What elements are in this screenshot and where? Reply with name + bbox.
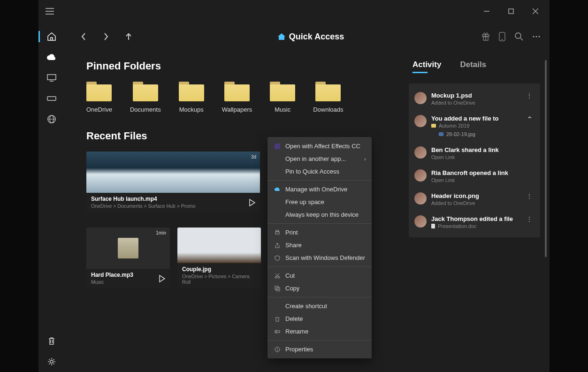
menu-item[interactable]: Copy [267, 282, 372, 295]
more-icon[interactable]: ⋮ [524, 92, 535, 99]
chevron-right-icon: › [364, 155, 366, 162]
activity-item[interactable]: Ria Bancroft opened a link Open Link [409, 165, 540, 188]
ae-icon [274, 144, 281, 149]
device-button[interactable] [499, 32, 505, 41]
tab-details[interactable]: Details [460, 60, 486, 72]
menu-separator [267, 340, 372, 341]
folder-downloads[interactable]: Downloads [313, 82, 343, 113]
menu-item[interactable]: Delete [267, 312, 372, 325]
sidebar-onedrive[interactable] [38, 47, 65, 68]
activity-item[interactable]: Jack Thompson edited a file Presentation… [409, 211, 540, 234]
folder-icon [224, 82, 250, 101]
breadcrumb: Quick Access [140, 32, 482, 42]
menu-item[interactable]: Free up space [267, 196, 372, 208]
recent-item-audio[interactable]: 1min Hard Place.mp3 Music [86, 228, 170, 288]
monitor-icon [47, 74, 56, 82]
sidebar-keyboard[interactable] [38, 88, 65, 109]
audio-thumbnail: 1min [86, 228, 170, 269]
menu-item[interactable]: Create shortcut [267, 300, 372, 312]
maximize-button[interactable] [499, 2, 523, 21]
arrow-up-icon [125, 33, 132, 40]
recent-item-image[interactable]: Couple.jpg OneDrive > Pictures > Camera … [177, 228, 261, 288]
album-art [118, 238, 138, 258]
search-button[interactable] [515, 32, 523, 41]
more-icon[interactable]: ⋮ [524, 215, 535, 223]
menu-item[interactable]: Open with Affect Effects CC [267, 140, 372, 152]
svg-point-8 [539, 36, 540, 38]
menu-item[interactable]: Open in another app...› [267, 152, 372, 165]
close-button[interactable] [523, 2, 548, 21]
hamburger-button[interactable] [38, 0, 61, 23]
tabs: Activity Details [409, 60, 540, 72]
info-icon [274, 347, 281, 352]
svg-point-13 [50, 360, 53, 363]
menu-label: Free up space [285, 198, 324, 205]
avatar [414, 92, 427, 104]
menu-item[interactable]: Manage with OneDrive [267, 183, 372, 196]
sidebar-home[interactable] [38, 26, 65, 47]
menu-item[interactable]: Properties [267, 343, 372, 356]
trash-icon [48, 337, 55, 345]
menu-item[interactable]: Print [267, 226, 372, 239]
up-button[interactable] [117, 25, 140, 48]
back-button[interactable] [72, 25, 95, 48]
minimize-button[interactable] [474, 2, 499, 21]
menu-separator [267, 297, 372, 297]
svg-point-6 [533, 36, 535, 38]
sidebar-trash[interactable] [38, 331, 65, 351]
pinned-folders: OneDrive Documents Mockups Wallpapers Mu… [86, 82, 390, 113]
page-title: Quick Access [289, 32, 344, 42]
chevron-right-icon [104, 33, 108, 40]
activity-item[interactable]: Header icon.png Added to OneDrive ⋮ [409, 188, 540, 211]
sidebar-network[interactable] [38, 109, 65, 129]
play-icon[interactable] [159, 275, 165, 282]
sidebar-pc[interactable] [38, 68, 65, 88]
menu-item[interactable]: Always keep on this device [267, 208, 372, 221]
chevron-up-icon[interactable]: ⌃ [525, 115, 535, 124]
menu-label: Rename [285, 328, 308, 335]
play-icon[interactable] [249, 199, 255, 206]
toolbar: Quick Access [38, 23, 550, 51]
gift-button[interactable] [482, 32, 489, 41]
more-icon[interactable]: ⋮ [524, 192, 535, 200]
image-mini-icon [439, 132, 443, 136]
folder-icon [270, 82, 295, 101]
print-icon [274, 230, 281, 235]
context-menu: Open with Affect Effects CCOpen in anoth… [267, 137, 372, 358]
menu-item[interactable]: Rename [267, 325, 372, 338]
duration-badge: 3d [251, 154, 256, 159]
menu-label: Share [285, 242, 302, 249]
doc-mini-icon [431, 224, 435, 228]
shield-icon [274, 255, 281, 261]
folder-wallpapers[interactable]: Wallpapers [222, 82, 252, 113]
activity-item[interactable]: Ben Clark shared a link Open Link [409, 142, 540, 165]
menu-separator [267, 266, 372, 267]
menu-label: Properties [285, 346, 313, 353]
cut-icon [274, 273, 281, 279]
forward-button[interactable] [95, 25, 117, 48]
folder-documents[interactable]: Documents [130, 82, 161, 113]
more-button[interactable] [533, 36, 540, 38]
hamburger-icon [46, 8, 54, 15]
folder-mini-icon [431, 124, 436, 128]
menu-item[interactable]: Cut [267, 269, 372, 282]
sidebar [38, 23, 65, 372]
menu-item[interactable]: Share [267, 239, 372, 251]
activity-item[interactable]: You added a new file to Autumn 2019 28-0… [409, 110, 540, 142]
folder-music[interactable]: Music [270, 82, 295, 113]
menu-item[interactable]: Scan with Windows Defender [267, 251, 372, 264]
activity-item[interactable]: Mockup 1.psd Added to OneDrive ⋮ [409, 87, 540, 110]
home-icon [278, 33, 285, 40]
recent-item-video[interactable]: ✓ 3d Surface Hub launch.mp4 OneDrive > D… [86, 152, 260, 213]
sidebar-settings[interactable] [38, 351, 65, 372]
globe-icon [47, 115, 56, 123]
folder-mockups[interactable]: Mockups [179, 82, 204, 113]
folder-icon [133, 82, 158, 101]
menu-label: Open with Affect Effects CC [285, 143, 360, 150]
scrollbar[interactable] [545, 60, 547, 257]
tab-activity[interactable]: Activity [412, 60, 441, 72]
svg-rect-16 [276, 230, 279, 232]
folder-onedrive[interactable]: OneDrive [86, 82, 112, 113]
menu-item[interactable]: Pin to Quick Access [267, 165, 372, 178]
svg-rect-0 [509, 9, 513, 14]
